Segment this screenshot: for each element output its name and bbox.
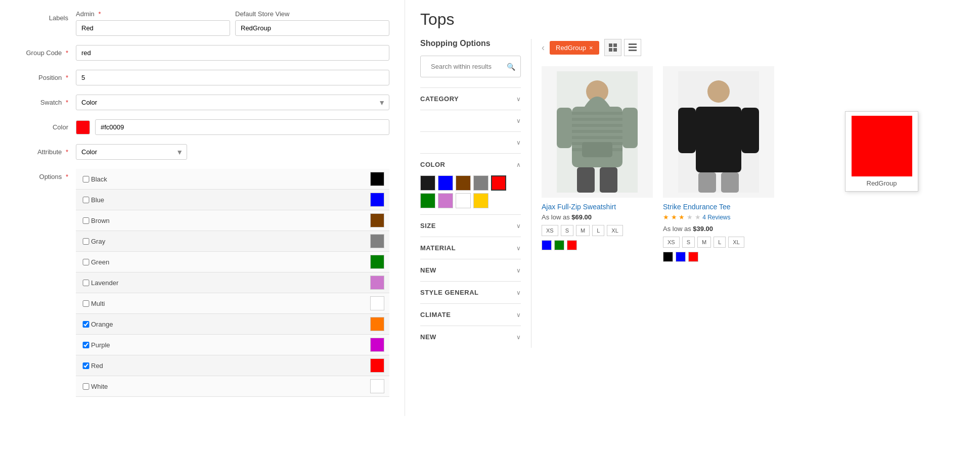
swatch-lavender[interactable]	[438, 193, 453, 208]
option-checkbox-multi[interactable]	[81, 300, 91, 307]
filter-header-style-general[interactable]: STYLE GENERAL ∨	[420, 282, 521, 303]
admin-label-input[interactable]	[76, 20, 230, 36]
svg-point-23	[707, 80, 730, 103]
product-name-tee[interactable]: Strike Endurance Tee	[663, 203, 774, 211]
size-s-sweatshirt[interactable]: S	[561, 225, 573, 236]
star-empty-1: ★	[687, 213, 693, 221]
size-l-tee[interactable]: L	[714, 237, 726, 248]
color-dot-blue-tee[interactable]	[676, 252, 686, 262]
option-checkbox-white[interactable]	[81, 383, 91, 390]
swatch-gray[interactable]	[473, 175, 488, 191]
swatch-blue[interactable]	[438, 175, 453, 191]
option-checkbox-orange[interactable]	[81, 321, 91, 328]
option-swatch-blue	[370, 193, 384, 207]
swatch-red[interactable]	[491, 175, 506, 191]
option-checkbox-gray[interactable]	[81, 238, 91, 245]
star-filled-2: ★	[671, 213, 677, 221]
option-checkbox-blue[interactable]	[81, 197, 91, 203]
option-checkbox-green[interactable]	[81, 259, 91, 265]
filter-header-category[interactable]: CATEGORY ∨	[420, 88, 521, 110]
size-xs-sweatshirt[interactable]: XS	[542, 225, 558, 236]
position-label: Position *	[15, 70, 76, 81]
color-swatch-preview[interactable]	[76, 120, 90, 134]
reviews-count[interactable]: 4 Reviews	[702, 214, 730, 221]
group-code-input[interactable]	[76, 45, 389, 61]
filter-header-climate[interactable]: CLIMATE ∨	[420, 304, 521, 326]
product-price-tee: As low as $39.00	[663, 225, 774, 233]
option-label-blue: Blue	[91, 196, 370, 204]
filter-header-blank1[interactable]: ∨	[420, 110, 521, 131]
filter-header-material[interactable]: MATERIAL ∨	[420, 237, 521, 259]
labels-field-label: Labels	[15, 10, 76, 22]
size-m-sweatshirt[interactable]: M	[576, 225, 590, 236]
store-label-input[interactable]	[235, 20, 389, 36]
group-code-label: Group Code *	[15, 45, 76, 57]
svg-rect-24	[696, 107, 741, 172]
option-checkbox-red[interactable]	[81, 362, 91, 369]
position-input[interactable]	[76, 70, 389, 85]
filter-tag-close[interactable]: ×	[589, 44, 593, 52]
color-dot-black-tee[interactable]	[663, 252, 673, 262]
list-item: Blue	[76, 190, 389, 210]
svg-rect-12	[572, 124, 622, 127]
swatch-green[interactable]	[420, 193, 435, 208]
option-checkbox-lavender[interactable]	[81, 280, 91, 286]
swatch-brown[interactable]	[456, 175, 471, 191]
option-label-purple: Purple	[91, 341, 370, 349]
filter-header-color[interactable]: COLOR ∧	[420, 154, 521, 175]
size-xs-tee[interactable]: XS	[663, 237, 680, 248]
list-item: Gray	[76, 231, 389, 252]
color-dot-red-sweatshirt[interactable]	[567, 240, 577, 250]
filter-header-new[interactable]: NEW ∨	[420, 259, 521, 281]
grid-view-button[interactable]	[604, 39, 621, 56]
size-xl-sweatshirt[interactable]: XL	[607, 225, 622, 236]
new2-filter-label: NEW	[420, 333, 436, 341]
color-dot-red-tee[interactable]	[688, 252, 698, 262]
category-filter-label: CATEGORY	[420, 95, 459, 103]
size-l-sweatshirt[interactable]: L	[592, 225, 604, 236]
swatch-select[interactable]: Color Text None	[76, 95, 389, 110]
sweatshirt-image-svg	[557, 71, 638, 193]
size-m-tee[interactable]: M	[697, 237, 711, 248]
svg-rect-1	[613, 43, 617, 47]
option-swatch-black	[370, 172, 384, 186]
size-xl-tee[interactable]: XL	[728, 237, 744, 248]
color-hex-input[interactable]	[95, 119, 389, 135]
product-card-sweatshirt: Ajax Full-Zip Sweatshirt As low as $69.0…	[542, 66, 653, 262]
option-checkbox-purple[interactable]	[81, 342, 91, 348]
list-item: Red	[76, 355, 389, 376]
size-s-tee[interactable]: S	[682, 237, 695, 248]
attribute-select[interactable]: Color Size Material	[76, 144, 187, 160]
color-dot-green-sweatshirt[interactable]	[554, 240, 564, 250]
filter-header-blank2[interactable]: ∨	[420, 132, 521, 153]
swatch-label: Swatch *	[15, 95, 76, 106]
color-dots-sweatshirt	[542, 240, 653, 250]
product-image-sweatshirt[interactable]	[542, 66, 653, 198]
option-checkbox-brown[interactable]	[81, 217, 91, 224]
product-name-sweatshirt[interactable]: Ajax Full-Zip Sweatshirt	[542, 203, 653, 211]
color-field	[76, 119, 389, 135]
prev-arrow-icon[interactable]: ‹	[542, 42, 545, 53]
product-image-tee[interactable]	[663, 66, 774, 198]
swatch-black[interactable]	[420, 175, 435, 191]
svg-rect-0	[609, 43, 612, 47]
color-dot-blue-sweatshirt[interactable]	[542, 240, 552, 250]
filter-section-color: COLOR ∧	[420, 153, 521, 214]
attribute-row: Attribute * Color Size Material ▼	[15, 144, 389, 160]
option-checkbox-black[interactable]	[81, 176, 91, 182]
filter-section-blank2: ∨	[420, 131, 521, 153]
position-field	[76, 70, 389, 85]
search-input[interactable]	[426, 59, 507, 74]
swatch-white[interactable]	[456, 193, 471, 208]
labels-inputs	[76, 20, 389, 36]
filter-header-new2[interactable]: NEW ∨	[420, 326, 521, 348]
svg-rect-3	[613, 48, 617, 52]
filter-header-size[interactable]: SIZE ∨	[420, 215, 521, 237]
filter-tag-label: RedGroup	[556, 44, 586, 52]
svg-rect-2	[609, 48, 612, 52]
swatch-yellow[interactable]	[473, 193, 488, 208]
list-view-button[interactable]	[624, 39, 641, 56]
option-swatch-white	[370, 379, 384, 393]
filter-section-category: CATEGORY ∨	[420, 87, 521, 110]
product-card-tee: Strike Endurance Tee ★ ★ ★ ★ ★ 4 Reviews…	[663, 66, 774, 262]
